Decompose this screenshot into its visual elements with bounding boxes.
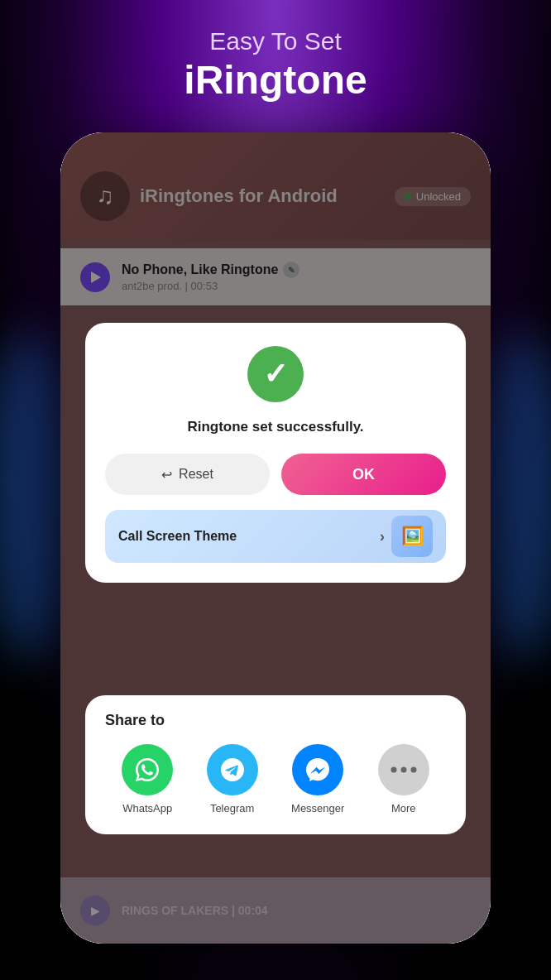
more-label: More bbox=[391, 802, 416, 814]
reset-button[interactable]: ↩ Reset bbox=[105, 454, 270, 495]
share-app-more[interactable]: More bbox=[378, 744, 429, 814]
ok-button[interactable]: OK bbox=[281, 454, 446, 495]
share-app-messenger[interactable]: Messenger bbox=[291, 744, 344, 814]
phone-inner: ♫ iRingtones for Android Unlocked 10 rin… bbox=[60, 132, 491, 944]
reset-arrow-icon: ↩ bbox=[161, 467, 172, 483]
telegram-label: Telegram bbox=[210, 802, 254, 814]
svg-point-0 bbox=[390, 767, 396, 773]
call-screen-label: Call Screen Theme bbox=[118, 529, 373, 544]
header-subtitle: Easy To Set bbox=[0, 26, 551, 56]
header: Easy To Set iRingtone bbox=[0, 26, 551, 104]
checkmark-icon: ✓ bbox=[263, 359, 288, 389]
whatsapp-icon bbox=[122, 744, 173, 795]
messenger-label: Messenger bbox=[291, 802, 344, 814]
svg-point-2 bbox=[410, 767, 416, 773]
share-app-whatsapp[interactable]: WhatsApp bbox=[122, 744, 173, 814]
ok-label: OK bbox=[352, 466, 375, 483]
dialog-buttons: ↩ Reset OK bbox=[105, 454, 446, 495]
share-title: Share to bbox=[105, 712, 446, 729]
call-screen-thumbnail: 🖼️ bbox=[391, 516, 433, 557]
messenger-icon bbox=[292, 744, 343, 795]
call-screen-button[interactable]: Call Screen Theme › 🖼️ bbox=[105, 510, 446, 563]
phone-frame: ♫ iRingtones for Android Unlocked 10 rin… bbox=[60, 132, 491, 944]
share-apps-list: WhatsApp Telegram bbox=[105, 744, 446, 814]
success-dialog: ✓ Ringtone set successfully. ↩ Reset OK … bbox=[85, 323, 466, 583]
telegram-icon bbox=[207, 744, 258, 795]
share-app-telegram[interactable]: Telegram bbox=[207, 744, 258, 814]
chevron-right-icon: › bbox=[380, 528, 385, 545]
share-card: Share to WhatsApp bbox=[85, 695, 466, 834]
header-title: iRingtone bbox=[0, 56, 551, 104]
success-message: Ringtone set successfully. bbox=[105, 419, 446, 435]
reset-label: Reset bbox=[179, 467, 213, 482]
svg-point-1 bbox=[400, 767, 406, 773]
more-icon bbox=[378, 744, 429, 795]
success-icon-circle: ✓ bbox=[247, 346, 304, 402]
whatsapp-label: WhatsApp bbox=[122, 802, 172, 814]
